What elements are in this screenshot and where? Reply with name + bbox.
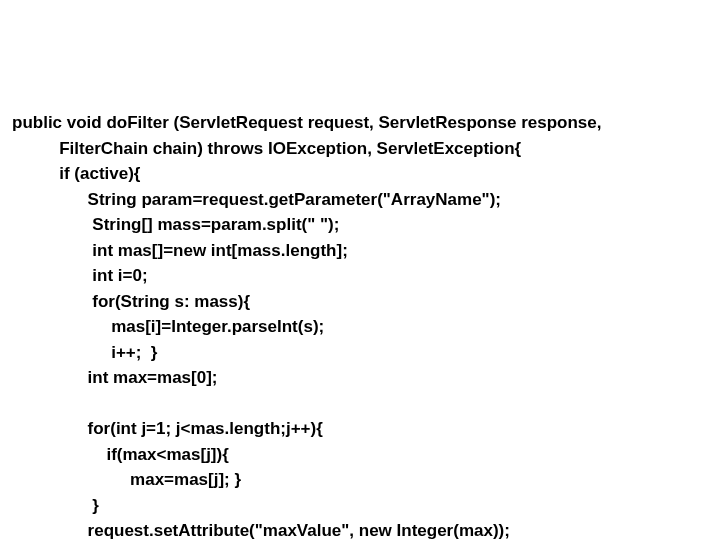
code-line: }: [12, 496, 99, 515]
code-line: mas[i]=Integer.parseInt(s);: [12, 317, 324, 336]
code-line: if(max<mas[j]){: [12, 445, 229, 464]
code-line: int max=mas[0];: [12, 368, 217, 387]
code-line: for(String s: mass){: [12, 292, 250, 311]
code-line: FilterChain chain) throws IOException, S…: [12, 139, 521, 158]
code-line: int mas[]=new int[mass.length];: [12, 241, 348, 260]
code-line: String param=request.getParameter("Array…: [12, 190, 501, 209]
code-line: for(int j=1; j<mas.length;j++){: [12, 419, 323, 438]
code-line: String[] mass=param.split(" ");: [12, 215, 339, 234]
code-block: public void doFilter (ServletRequest req…: [12, 110, 708, 540]
code-line: int i=0;: [12, 266, 148, 285]
code-line: max=mas[j]; }: [12, 470, 241, 489]
code-line: i++; }: [12, 343, 158, 362]
code-line: public void doFilter (ServletRequest req…: [12, 113, 602, 132]
code-line: request.setAttribute("maxValue", new Int…: [12, 521, 510, 540]
code-line: if (active){: [12, 164, 140, 183]
